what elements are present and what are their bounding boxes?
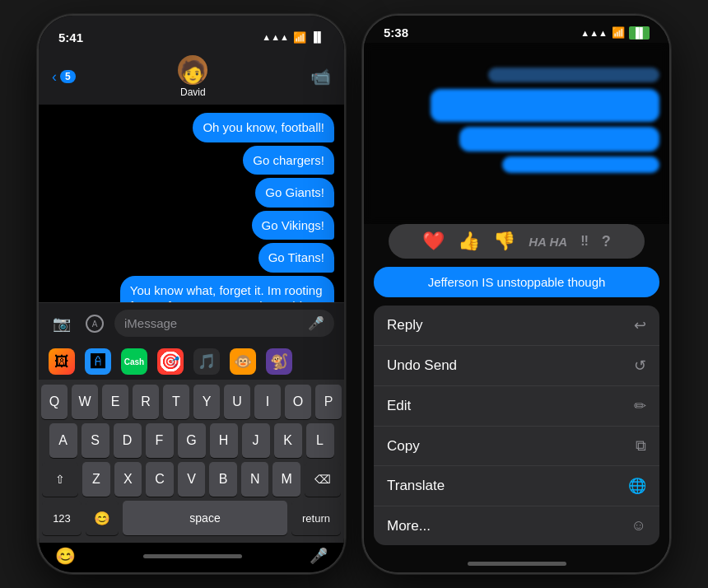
menu-item-more[interactable]: More... ☺	[374, 506, 659, 545]
menu-item-copy-label: Copy	[387, 438, 420, 455]
key-y[interactable]: Y	[193, 385, 220, 419]
phone-bottom: 😊 🎤	[39, 543, 344, 574]
keyboard-row-1: Q W E R T Y U I O P	[42, 385, 341, 419]
right-status-bar: 5:38 ▲▲▲ 📶 ▐▌	[364, 16, 669, 43]
photos-app-icon[interactable]: 🖼	[49, 348, 75, 375]
translate-icon: 🌐	[628, 477, 646, 495]
key-l[interactable]: L	[306, 423, 334, 458]
key-m[interactable]: M	[272, 462, 300, 497]
reaction-exclaim[interactable]: ‼	[580, 234, 589, 249]
right-phone: 5:38 ▲▲▲ 📶 ▐▌ ❤️ 👍	[362, 14, 671, 574]
message-bubble-row: You know what, forget it. Im rooting for…	[49, 276, 334, 303]
message-bubble-row: Oh you know, football!	[49, 113, 334, 142]
reaction-bar: ❤️ 👍 👎 HA HA ‼ ?	[389, 224, 645, 259]
key-v[interactable]: V	[178, 462, 206, 497]
keyboard: Q W E R T Y U I O P A S D F G H J K L	[39, 380, 344, 543]
key-r[interactable]: R	[133, 385, 159, 419]
menu-item-translate-label: Translate	[387, 478, 445, 494]
contact-name: David	[180, 86, 206, 98]
key-a[interactable]: A	[49, 423, 77, 458]
reaction-question[interactable]: ?	[602, 233, 611, 250]
key-u[interactable]: U	[224, 385, 250, 419]
soundcloud-icon[interactable]: 🎵	[193, 348, 220, 375]
key-p[interactable]: P	[315, 385, 342, 419]
back-button[interactable]: ‹ 5	[52, 68, 76, 86]
key-f[interactable]: F	[146, 423, 174, 458]
key-x[interactable]: X	[114, 462, 142, 497]
home-indicator	[143, 554, 242, 558]
key-q[interactable]: Q	[41, 385, 68, 419]
blurred-bubble-1	[488, 68, 659, 82]
key-shift[interactable]: ⇧	[42, 462, 78, 497]
imessage-input[interactable]: iMessage 🎤	[114, 310, 334, 337]
wifi-icon: 📶	[293, 31, 306, 44]
extra-app-icon2[interactable]: 🐒	[266, 348, 292, 375]
right-home-area	[364, 562, 669, 566]
input-placeholder: iMessage	[124, 316, 177, 330]
left-phone: 5:41 ▲▲▲ 📶 ▐▌ ‹ 5 🧑 David 📹	[37, 14, 346, 574]
message-bubble: Go Giants!	[255, 178, 334, 208]
menu-item-copy[interactable]: Copy ⧉	[374, 427, 659, 466]
blurred-bubble-3	[459, 127, 659, 152]
message-bubble: Go chargers!	[243, 146, 334, 175]
copy-icon: ⧉	[636, 437, 646, 455]
imessage-input-bar: 📷 A iMessage 🎤	[39, 302, 344, 343]
key-b[interactable]: B	[209, 462, 237, 497]
edit-icon: ✏	[634, 397, 646, 415]
message-bubble: You know what, forget it. Im rooting for…	[120, 276, 334, 303]
back-badge: 5	[60, 70, 76, 83]
key-t[interactable]: T	[163, 385, 189, 419]
mic-bottom-icon[interactable]: 🎤	[310, 547, 328, 565]
key-space[interactable]: space	[123, 501, 287, 535]
reaction-haha[interactable]: HA HA	[529, 235, 567, 249]
keyboard-row-2: A S D F G H J K L	[42, 423, 341, 458]
avatar-emoji: 🧑	[179, 59, 206, 85]
extra-app-icon[interactable]: 🐵	[230, 348, 256, 375]
key-i[interactable]: I	[254, 385, 281, 419]
appstore-icon[interactable]: 🅰	[85, 348, 111, 375]
right-phone-background: 5:38 ▲▲▲ 📶 ▐▌ ❤️ 👍	[364, 16, 669, 572]
key-h[interactable]: H	[210, 423, 238, 458]
key-n[interactable]: N	[241, 462, 269, 497]
svg-text:A: A	[92, 320, 98, 329]
menu-item-undo-send[interactable]: Undo Send ↺	[374, 346, 659, 386]
key-j[interactable]: J	[242, 423, 270, 458]
key-g[interactable]: G	[178, 423, 206, 458]
key-k[interactable]: K	[274, 423, 302, 458]
key-numbers[interactable]: 123	[42, 501, 82, 535]
highlighted-message-bubble[interactable]: Jefferson IS unstoppable though	[374, 267, 659, 297]
menu-item-edit[interactable]: Edit ✏	[374, 386, 659, 427]
emoji-button[interactable]: 😊	[55, 546, 76, 566]
key-return[interactable]: return	[291, 501, 341, 535]
key-delete[interactable]: ⌫	[305, 462, 341, 497]
key-emoji[interactable]: 😊	[86, 501, 119, 535]
target-icon[interactable]: 🎯	[157, 348, 184, 375]
mic-icon: 🎤	[308, 315, 324, 331]
key-s[interactable]: S	[82, 423, 109, 458]
key-w[interactable]: W	[72, 385, 98, 419]
cash-icon[interactable]: Cash	[121, 348, 147, 375]
undo-icon: ↺	[634, 357, 646, 375]
reaction-thumbsup[interactable]: 👍	[458, 231, 480, 252]
right-time: 5:38	[384, 26, 408, 40]
reaction-thumbsdown[interactable]: 👎	[493, 231, 515, 252]
video-call-button[interactable]: 📹	[310, 67, 331, 86]
blurred-bubble-4	[502, 156, 659, 173]
key-c[interactable]: C	[146, 462, 174, 497]
avatar[interactable]: 🧑	[178, 55, 207, 85]
camera-button[interactable]: 📷	[49, 310, 75, 337]
key-e[interactable]: E	[102, 385, 128, 419]
effects-button[interactable]: A	[82, 310, 108, 337]
menu-item-reply[interactable]: Reply ↩	[374, 306, 659, 346]
right-status-icons: ▲▲▲ 📶 ▐▌	[580, 26, 650, 40]
signal-icon: ▲▲▲	[262, 32, 289, 42]
key-o[interactable]: O	[285, 385, 311, 419]
battery-icon-right: ▐▌	[629, 26, 650, 40]
right-home-indicator	[468, 562, 566, 566]
key-z[interactable]: Z	[82, 462, 110, 497]
menu-item-translate[interactable]: Translate 🌐	[374, 466, 659, 506]
key-d[interactable]: D	[114, 423, 142, 458]
message-bubble-row: Go chargers!	[49, 146, 334, 175]
reply-icon: ↩	[634, 316, 646, 334]
reaction-heart[interactable]: ❤️	[422, 231, 445, 252]
